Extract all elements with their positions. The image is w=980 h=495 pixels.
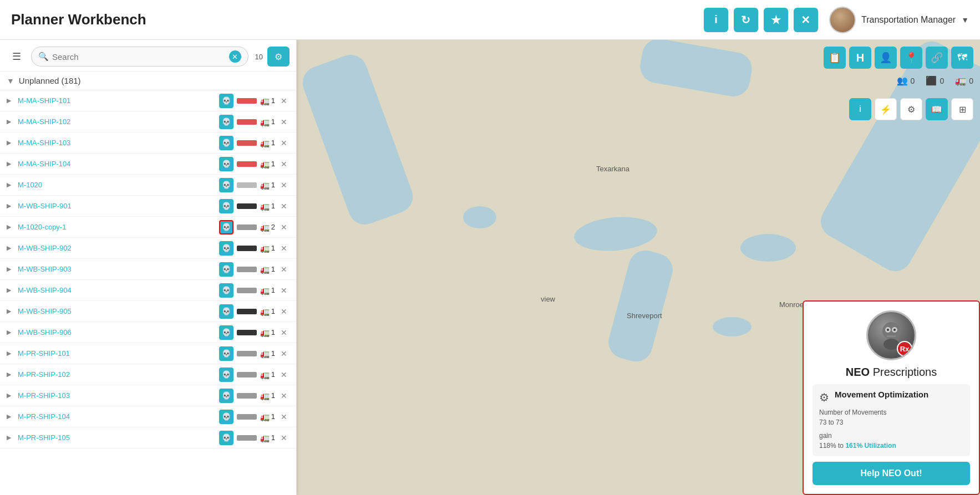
shipment-link[interactable]: M-PR-SHIP-103 xyxy=(18,391,216,400)
unplanned-label: Unplanned (181) xyxy=(19,76,81,85)
shipment-link[interactable]: M-WB-SHIP-904 xyxy=(18,286,216,294)
shipment-link[interactable]: M-WB-SHIP-905 xyxy=(18,307,216,315)
delete-row-button[interactable]: ✕ xyxy=(278,95,290,106)
search-clear-button[interactable]: ✕ xyxy=(229,50,241,63)
delete-row-button[interactable]: ✕ xyxy=(278,327,290,338)
row-expand-icon[interactable]: ▶ xyxy=(7,434,14,441)
delete-row-button[interactable]: ✕ xyxy=(278,180,290,191)
help-neo-button[interactable]: Help NEO Out! xyxy=(813,462,970,485)
row-expand-icon[interactable]: ▶ xyxy=(7,266,14,273)
filter-icon: ⚙ xyxy=(275,52,282,62)
table-row: ▶M-MA-SHIP-104💀🚛 1✕ xyxy=(0,154,296,175)
row-expand-icon[interactable]: ▶ xyxy=(7,287,14,294)
status-bar xyxy=(237,267,257,272)
shipment-link[interactable]: M-MA-SHIP-101 xyxy=(18,96,216,105)
delete-row-button[interactable]: ✕ xyxy=(278,306,290,317)
shipment-link[interactable]: M-WB-SHIP-901 xyxy=(18,202,216,210)
unplanned-header[interactable]: ▼ Unplanned (181) xyxy=(0,72,296,90)
status-bar xyxy=(237,119,257,125)
delete-row-button[interactable]: ✕ xyxy=(278,159,290,170)
row-expand-icon[interactable]: ▶ xyxy=(7,350,14,357)
map-table-button[interactable]: ⊞ xyxy=(951,98,973,120)
delete-row-button[interactable]: ✕ xyxy=(278,348,290,359)
map-person-button[interactable]: 👤 xyxy=(875,47,897,69)
row-expand-icon[interactable]: ▶ xyxy=(7,139,14,146)
shipment-link[interactable]: M-1020-copy-1 xyxy=(18,223,216,231)
skull-icon: 💀 xyxy=(219,115,233,129)
shipment-link[interactable]: M-PR-SHIP-104 xyxy=(18,412,216,421)
map-header-button[interactable]: H xyxy=(849,47,871,69)
delete-row-button[interactable]: ✕ xyxy=(278,222,290,233)
shipment-link[interactable]: M-PR-SHIP-101 xyxy=(18,349,216,358)
row-expand-icon[interactable]: ▶ xyxy=(7,202,14,210)
svg-rect-6 xyxy=(887,335,896,337)
filter-button[interactable]: ⚙ xyxy=(267,47,290,67)
shipment-link[interactable]: M-1020 xyxy=(18,181,216,189)
neo-title-bold: NEO xyxy=(846,366,870,378)
row-expand-icon[interactable]: ▶ xyxy=(7,181,14,188)
skull-icon: 💀 xyxy=(219,241,233,256)
map-network-button[interactable]: 🔗 xyxy=(926,47,948,69)
row-expand-icon[interactable]: ▶ xyxy=(7,329,14,336)
delete-row-button[interactable]: ✕ xyxy=(278,285,290,296)
delete-row-button[interactable]: ✕ xyxy=(278,390,290,401)
delete-row-button[interactable]: ✕ xyxy=(278,369,290,380)
counter-box-value: 0 xyxy=(940,76,944,85)
delete-row-button[interactable]: ✕ xyxy=(278,264,290,275)
map-pin-button[interactable]: 📍 xyxy=(900,47,922,69)
map-location-button[interactable]: 🗺 xyxy=(951,47,973,69)
shipment-link[interactable]: M-PR-SHIP-102 xyxy=(18,370,216,379)
map-info-button[interactable]: i xyxy=(849,98,871,120)
star-button[interactable]: ★ xyxy=(764,8,788,32)
map-top-toolbar: 📋 H 👤 📍 🔗 🗺 xyxy=(824,47,973,69)
shipment-link[interactable]: M-MA-SHIP-104 xyxy=(18,160,216,168)
search-box: 🔍 ✕ xyxy=(31,47,248,67)
shipment-link[interactable]: M-WB-SHIP-906 xyxy=(18,328,216,336)
skull-icon: 💀 xyxy=(219,199,233,213)
row-expand-icon[interactable]: ▶ xyxy=(7,244,14,252)
status-bar xyxy=(237,393,257,399)
delete-row-button[interactable]: ✕ xyxy=(278,243,290,254)
user-area[interactable]: Transportation Manager ▼ xyxy=(829,7,969,33)
row-expand-icon[interactable]: ▶ xyxy=(7,118,14,125)
row-expand-icon[interactable]: ▶ xyxy=(7,97,14,104)
map-gear-button[interactable]: ⚙ xyxy=(900,98,922,120)
app-title: Planner Workbench xyxy=(11,11,146,28)
row-expand-icon[interactable]: ▶ xyxy=(7,223,14,231)
shipment-link[interactable]: M-WB-SHIP-903 xyxy=(18,265,216,273)
close-button[interactable]: ✕ xyxy=(794,8,818,32)
table-row: ▶M-MA-SHIP-103💀🚛 1✕ xyxy=(0,132,296,154)
delete-row-button[interactable]: ✕ xyxy=(278,137,290,149)
shipment-link[interactable]: M-WB-SHIP-902 xyxy=(18,244,216,252)
row-expand-icon[interactable]: ▶ xyxy=(7,160,14,167)
city-texarkana: Texarkana xyxy=(596,165,629,173)
search-input[interactable] xyxy=(52,52,226,62)
shipment-link[interactable]: M-MA-SHIP-103 xyxy=(18,139,216,147)
table-row: ▶M-MA-SHIP-102💀🚛 1✕ xyxy=(0,111,296,132)
row-expand-icon[interactable]: ▶ xyxy=(7,371,14,378)
shipment-link[interactable]: M-PR-SHIP-105 xyxy=(18,433,216,442)
skull-icon: 💀 xyxy=(219,157,233,171)
delete-row-button[interactable]: ✕ xyxy=(278,411,290,422)
delete-row-button[interactable]: ✕ xyxy=(278,201,290,212)
table-row: ▶M-WB-SHIP-905💀🚛 1✕ xyxy=(0,301,296,322)
svg-point-4 xyxy=(887,329,889,331)
map-lightning-button[interactable]: ⚡ xyxy=(875,98,897,120)
delete-row-button[interactable]: ✕ xyxy=(278,116,290,127)
map-list-button[interactable]: 📋 xyxy=(824,47,846,69)
skull-icon: 💀 xyxy=(219,304,233,319)
truck-icon: 🚛 2 xyxy=(260,223,275,232)
skull-icon: 💀 xyxy=(219,94,233,108)
row-expand-icon[interactable]: ▶ xyxy=(7,392,14,399)
row-expand-icon[interactable]: ▶ xyxy=(7,413,14,420)
page-number: 10 xyxy=(255,53,263,61)
shipment-link[interactable]: M-MA-SHIP-102 xyxy=(18,118,216,126)
gain-label: gain xyxy=(819,431,963,441)
map-book-button[interactable]: 📖 xyxy=(926,98,948,120)
menu-toggle-button[interactable]: ☰ xyxy=(7,47,27,67)
info-button[interactable]: i xyxy=(704,8,728,32)
delete-row-button[interactable]: ✕ xyxy=(278,432,290,443)
neo-card-header: ⚙ Movement Optimization xyxy=(819,390,963,404)
refresh-button[interactable]: ↻ xyxy=(734,8,758,32)
row-expand-icon[interactable]: ▶ xyxy=(7,308,14,315)
